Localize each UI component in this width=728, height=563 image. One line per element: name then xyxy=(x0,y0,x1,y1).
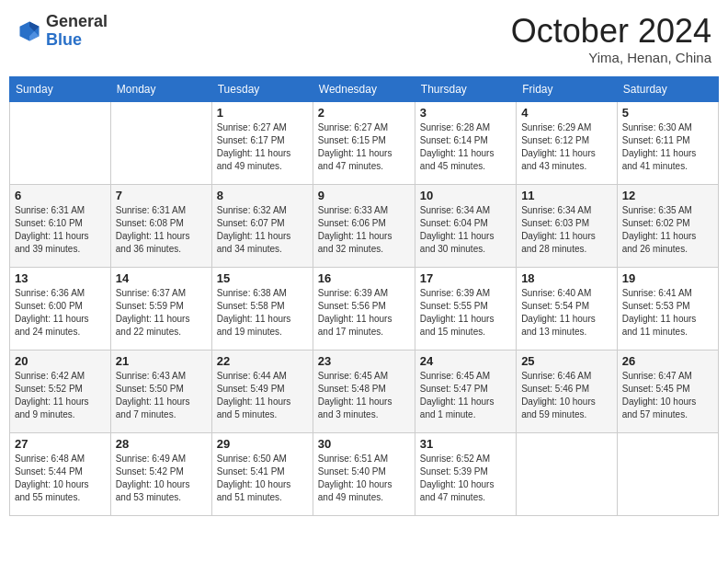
day-info: Sunrise: 6:51 AMSunset: 5:40 PMDaylight:… xyxy=(318,453,410,504)
calendar-cell: 7Sunrise: 6:31 AMSunset: 6:08 PMDaylight… xyxy=(110,184,211,267)
title-block: October 2024 Yima, Henan, China xyxy=(511,13,711,65)
calendar-cell: 23Sunrise: 6:45 AMSunset: 5:48 PMDayligh… xyxy=(313,350,415,432)
calendar-cell: 29Sunrise: 6:50 AMSunset: 5:41 PMDayligh… xyxy=(211,432,313,515)
day-number: 1 xyxy=(217,106,308,120)
calendar-cell: 28Sunrise: 6:49 AMSunset: 5:42 PMDayligh… xyxy=(110,432,211,515)
day-number: 25 xyxy=(521,354,612,368)
week-row-4: 20Sunrise: 6:42 AMSunset: 5:52 PMDayligh… xyxy=(10,350,719,432)
day-number: 4 xyxy=(521,106,612,120)
day-number: 20 xyxy=(15,354,106,368)
day-number: 2 xyxy=(318,106,410,120)
day-number: 28 xyxy=(116,437,207,451)
calendar-cell: 8Sunrise: 6:32 AMSunset: 6:07 PMDaylight… xyxy=(211,184,313,267)
day-info: Sunrise: 6:40 AMSunset: 5:54 PMDaylight:… xyxy=(521,287,612,339)
day-info: Sunrise: 6:27 AMSunset: 6:17 PMDaylight:… xyxy=(217,121,308,173)
day-number: 24 xyxy=(420,354,511,368)
day-info: Sunrise: 6:31 AMSunset: 6:08 PMDaylight:… xyxy=(116,204,207,256)
day-number: 11 xyxy=(521,189,612,202)
day-info: Sunrise: 6:29 AMSunset: 6:12 PMDaylight:… xyxy=(521,121,612,173)
calendar-cell: 14Sunrise: 6:37 AMSunset: 5:59 PMDayligh… xyxy=(110,267,211,350)
week-row-1: 1Sunrise: 6:27 AMSunset: 6:17 PMDaylight… xyxy=(10,101,719,184)
week-row-2: 6Sunrise: 6:31 AMSunset: 6:10 PMDaylight… xyxy=(10,184,719,267)
logo-icon xyxy=(17,18,42,44)
day-info: Sunrise: 6:39 AMSunset: 5:55 PMDaylight:… xyxy=(420,287,511,339)
day-number: 17 xyxy=(420,271,511,285)
calendar-cell: 22Sunrise: 6:44 AMSunset: 5:49 PMDayligh… xyxy=(211,350,313,432)
week-row-5: 27Sunrise: 6:48 AMSunset: 5:44 PMDayligh… xyxy=(10,432,719,515)
day-number: 9 xyxy=(318,189,410,202)
day-number: 31 xyxy=(420,437,511,451)
day-info: Sunrise: 6:34 AMSunset: 6:03 PMDaylight:… xyxy=(521,204,612,256)
day-number: 27 xyxy=(15,437,106,451)
calendar-cell: 3Sunrise: 6:28 AMSunset: 6:14 PMDaylight… xyxy=(415,101,516,184)
calendar-cell: 21Sunrise: 6:43 AMSunset: 5:50 PMDayligh… xyxy=(110,350,211,432)
day-number: 26 xyxy=(622,354,713,368)
day-number: 8 xyxy=(217,189,308,202)
calendar-cell: 27Sunrise: 6:48 AMSunset: 5:44 PMDayligh… xyxy=(10,432,111,515)
day-info: Sunrise: 6:48 AMSunset: 5:44 PMDaylight:… xyxy=(15,453,106,504)
day-number: 18 xyxy=(521,271,612,285)
day-info: Sunrise: 6:50 AMSunset: 5:41 PMDaylight:… xyxy=(217,453,308,504)
day-number: 22 xyxy=(217,354,308,368)
calendar-cell: 10Sunrise: 6:34 AMSunset: 6:04 PMDayligh… xyxy=(415,184,516,267)
day-info: Sunrise: 6:46 AMSunset: 5:46 PMDaylight:… xyxy=(521,370,612,421)
weekday-header-friday: Friday xyxy=(517,76,618,101)
day-info: Sunrise: 6:37 AMSunset: 5:59 PMDaylight:… xyxy=(116,287,207,339)
calendar-cell: 12Sunrise: 6:35 AMSunset: 6:02 PMDayligh… xyxy=(617,184,718,267)
day-number: 3 xyxy=(420,106,511,120)
day-info: Sunrise: 6:31 AMSunset: 6:10 PMDaylight:… xyxy=(15,204,106,256)
calendar-cell: 17Sunrise: 6:39 AMSunset: 5:55 PMDayligh… xyxy=(415,267,516,350)
weekday-header-sunday: Sunday xyxy=(10,76,111,101)
day-info: Sunrise: 6:36 AMSunset: 6:00 PMDaylight:… xyxy=(15,287,106,339)
day-info: Sunrise: 6:43 AMSunset: 5:50 PMDaylight:… xyxy=(116,370,207,421)
calendar-cell: 19Sunrise: 6:41 AMSunset: 5:53 PMDayligh… xyxy=(617,267,718,350)
logo-general: General xyxy=(46,13,108,31)
day-info: Sunrise: 6:30 AMSunset: 6:11 PMDaylight:… xyxy=(622,121,713,173)
day-info: Sunrise: 6:39 AMSunset: 5:56 PMDaylight:… xyxy=(318,287,410,339)
day-number: 10 xyxy=(420,189,511,202)
calendar: SundayMondayTuesdayWednesdayThursdayFrid… xyxy=(9,76,719,516)
day-info: Sunrise: 6:34 AMSunset: 6:04 PMDaylight:… xyxy=(420,204,511,256)
calendar-cell: 26Sunrise: 6:47 AMSunset: 5:45 PMDayligh… xyxy=(617,350,718,432)
day-info: Sunrise: 6:47 AMSunset: 5:45 PMDaylight:… xyxy=(622,370,713,421)
calendar-cell: 5Sunrise: 6:30 AMSunset: 6:11 PMDaylight… xyxy=(617,101,718,184)
weekday-header-tuesday: Tuesday xyxy=(211,76,313,101)
day-info: Sunrise: 6:35 AMSunset: 6:02 PMDaylight:… xyxy=(622,204,713,256)
day-number: 16 xyxy=(318,271,410,285)
calendar-cell: 2Sunrise: 6:27 AMSunset: 6:15 PMDaylight… xyxy=(313,101,415,184)
calendar-cell: 11Sunrise: 6:34 AMSunset: 6:03 PMDayligh… xyxy=(517,184,618,267)
calendar-cell: 25Sunrise: 6:46 AMSunset: 5:46 PMDayligh… xyxy=(517,350,618,432)
day-number: 14 xyxy=(116,271,207,285)
day-number: 30 xyxy=(318,437,410,451)
month-title: October 2024 xyxy=(511,13,711,50)
day-number: 7 xyxy=(116,189,207,202)
day-number: 29 xyxy=(217,437,308,451)
calendar-cell xyxy=(617,432,718,515)
logo-blue: Blue xyxy=(46,31,108,50)
page-header: General Blue October 2024 Yima, Henan, C… xyxy=(9,9,719,69)
calendar-cell: 13Sunrise: 6:36 AMSunset: 6:00 PMDayligh… xyxy=(10,267,111,350)
day-number: 6 xyxy=(15,189,106,202)
day-number: 19 xyxy=(622,271,713,285)
day-info: Sunrise: 6:32 AMSunset: 6:07 PMDaylight:… xyxy=(217,204,308,256)
logo-text: General Blue xyxy=(46,13,108,50)
day-number: 12 xyxy=(622,189,713,202)
day-info: Sunrise: 6:44 AMSunset: 5:49 PMDaylight:… xyxy=(217,370,308,421)
logo: General Blue xyxy=(17,13,108,50)
calendar-cell xyxy=(110,101,211,184)
day-info: Sunrise: 6:45 AMSunset: 5:48 PMDaylight:… xyxy=(318,370,410,421)
calendar-cell: 30Sunrise: 6:51 AMSunset: 5:40 PMDayligh… xyxy=(313,432,415,515)
calendar-cell: 20Sunrise: 6:42 AMSunset: 5:52 PMDayligh… xyxy=(10,350,111,432)
day-info: Sunrise: 6:33 AMSunset: 6:06 PMDaylight:… xyxy=(318,204,410,256)
day-info: Sunrise: 6:41 AMSunset: 5:53 PMDaylight:… xyxy=(622,287,713,339)
calendar-cell: 24Sunrise: 6:45 AMSunset: 5:47 PMDayligh… xyxy=(415,350,516,432)
calendar-cell: 31Sunrise: 6:52 AMSunset: 5:39 PMDayligh… xyxy=(415,432,516,515)
day-number: 13 xyxy=(15,271,106,285)
day-number: 5 xyxy=(622,106,713,120)
day-info: Sunrise: 6:45 AMSunset: 5:47 PMDaylight:… xyxy=(420,370,511,421)
calendar-cell xyxy=(10,101,111,184)
weekday-header-thursday: Thursday xyxy=(415,76,516,101)
day-info: Sunrise: 6:49 AMSunset: 5:42 PMDaylight:… xyxy=(116,453,207,504)
day-info: Sunrise: 6:38 AMSunset: 5:58 PMDaylight:… xyxy=(217,287,308,339)
calendar-cell: 6Sunrise: 6:31 AMSunset: 6:10 PMDaylight… xyxy=(10,184,111,267)
